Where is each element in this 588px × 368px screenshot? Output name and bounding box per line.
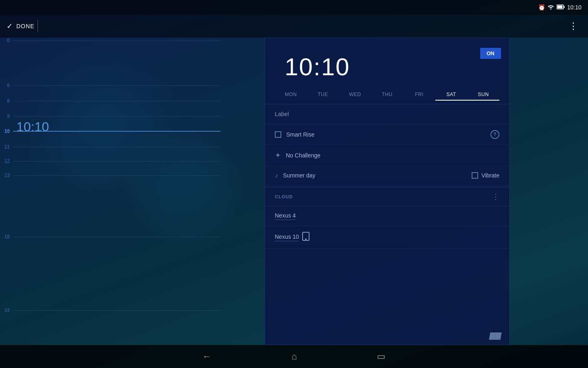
hour-13: 13 [0,173,13,178]
hour-line-rule-0 [13,40,220,41]
hour-8: 8 [0,98,13,104]
timeline-time-display: 10:10 [16,119,49,135]
hour-line-12: 12 [0,158,220,164]
hour-9: 9 [0,113,13,119]
vibrate-row: Vibrate [472,172,499,179]
hour-line-11: 11 [0,144,220,150]
challenge-row[interactable]: ✦ No Challenge [265,145,509,166]
day-sat[interactable]: SAT [435,88,468,101]
checkmark-icon: ✓ [7,22,13,31]
action-bar-divider [38,20,38,32]
action-bar-left: ✓ DONE [7,20,38,32]
device-nexus4-name: Nexus 4 [275,212,296,220]
hour-line-8: 8 [0,98,220,104]
day-tue[interactable]: TUE [307,88,339,101]
home-button[interactable]: ⌂ [288,348,300,365]
status-bar: ⏰ 10:10 [0,0,588,15]
alarm-status-icon: ⏰ [538,4,545,11]
overflow-menu-button[interactable]: ⋮ [566,19,581,33]
status-time: 10:10 [567,4,581,11]
status-icons: ⏰ 10:10 [538,4,581,11]
timeline-panel: 0 6 8 9 10 10:10 11 12 13 18 24 [0,38,220,345]
wifi-status-icon [548,4,554,11]
svg-rect-2 [564,6,565,8]
hour-line-rule-18 [13,237,220,237]
cloud-section-label: CLOUD [275,194,293,199]
device-nexus10-name: Nexus 10 [275,233,299,241]
vibrate-label: Vibrate [481,172,499,179]
hour-0: 0 [0,38,13,43]
hour-line-6: 6 [0,83,220,88]
hour-line-13: 13 [0,173,220,178]
hour-line-rule-8 [13,101,220,101]
hour-11: 11 [0,144,13,150]
ringtone-label: Summer day [283,172,315,179]
day-sun[interactable]: SUN [467,88,499,101]
cloud-overflow-button[interactable]: ⋮ [492,192,499,201]
ringtone-row: ♪ Summer day Vibrate [265,166,509,185]
ringtone-left: ♪ Summer day [275,172,315,179]
smart-rise-row: Smart Rise ? [265,124,509,145]
smart-rise-help-icon[interactable]: ? [490,130,499,139]
hour-line-rule-6 [13,85,220,86]
hour-12: 12 [0,158,13,164]
svg-point-4 [305,239,306,240]
hour-line-18: 18 [0,234,220,240]
day-wed[interactable]: WED [339,88,371,101]
hour-24: 24 [0,307,13,313]
done-label: DONE [16,23,34,29]
done-button[interactable]: ✓ DONE [7,22,34,31]
hour-line-rule-9 [13,116,220,117]
puzzle-icon: ✦ [275,151,281,160]
smart-rise-checkbox[interactable] [275,131,281,138]
day-mon[interactable]: MON [275,88,307,101]
alarm-label-text: Label [275,111,289,117]
hour-18: 18 [0,234,13,240]
brand-logo [490,332,501,340]
hour-line-24: 24 [0,307,220,313]
alarm-time-display: 10:10 [275,45,499,85]
tablet-icon [302,232,310,242]
day-thu[interactable]: THU [371,88,403,101]
cloud-section: CLOUD ⋮ Nexus 4 Nexus 10 [265,187,509,249]
battery-status-icon [557,4,565,11]
cloud-header: CLOUD ⋮ [265,187,509,206]
hour-line-9: 9 [0,113,220,119]
hour-line-rule-24 [13,310,220,311]
days-row: MON TUE WED THU FRI SAT SUN [265,88,509,104]
hour-line-rule-11 [13,147,220,147]
alarm-label-row[interactable]: Label [265,104,509,124]
device-nexus4[interactable]: Nexus 4 [265,206,509,226]
music-icon: ♪ [275,172,278,179]
vibrate-checkbox[interactable] [472,172,478,179]
alarm-panel: 10:10 ON MON TUE WED THU FRI SAT SUN Lab… [265,38,510,345]
hour-6: 6 [0,83,13,88]
recents-button[interactable]: ▭ [374,348,389,365]
hour-line-rule-13 [13,175,220,176]
alarm-time-section: 10:10 ON [265,38,509,88]
smart-rise-label: Smart Rise [286,131,486,138]
hour-line-rule-12 [13,161,220,162]
svg-rect-1 [557,6,562,9]
challenge-label: No Challenge [286,152,499,159]
device-nexus10[interactable]: Nexus 10 [265,226,509,249]
alarm-toggle-button[interactable]: ON [480,48,501,59]
action-bar: ✓ DONE ⋮ [0,15,588,38]
back-button[interactable]: ← [199,348,215,365]
current-hour: 10 [0,128,13,134]
day-fri[interactable]: FRI [403,88,435,101]
nav-bar: ← ⌂ ▭ [0,345,588,368]
brand-stripe-2 [494,332,501,340]
hour-line-0: 0 [0,38,220,43]
